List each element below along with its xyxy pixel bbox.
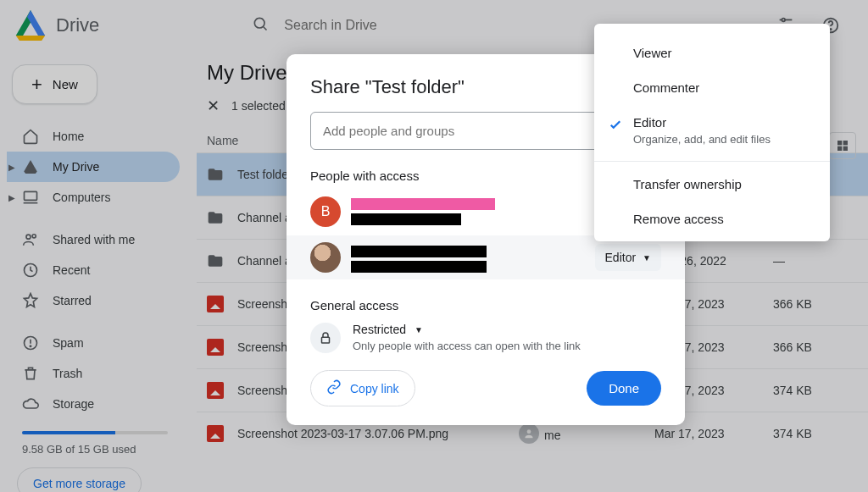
image-icon [207,382,224,399]
expand-icon[interactable]: ▶ [8,163,15,172]
drive-icon [22,158,39,175]
clock-icon [22,262,39,279]
menu-item-viewer[interactable]: Viewer [594,36,830,70]
get-more-storage-button[interactable]: Get more storage [17,467,142,492]
lock-icon [310,323,341,353]
svg-rect-27 [322,337,330,343]
menu-label: Editor [633,115,666,130]
svg-point-15 [30,346,31,346]
done-button[interactable]: Done [587,371,661,406]
menu-item-remove[interactable]: Remove access [594,202,830,229]
svg-rect-8 [25,191,37,200]
svg-point-11 [32,235,36,238]
cell-modified: Mar 17, 2023 [654,427,773,440]
general-access-mode: Restricted [353,323,406,336]
copy-link-button[interactable]: Copy link [310,370,415,406]
general-access-sub: Only people with access can open with th… [353,340,581,352]
cloud-icon [22,395,39,412]
folder-icon [207,252,224,269]
general-access-mode-dropdown[interactable]: Restricted ▼ [353,323,581,336]
sidebar-item-label: Storage [53,397,94,411]
role-dropdown[interactable]: Editor ▼ [595,244,661,271]
people-icon [22,231,39,248]
chevron-down-icon: ▼ [415,325,423,334]
cell-size: — [773,254,858,268]
clear-selection-icon[interactable]: ✕ [207,97,220,115]
spam-icon [22,334,39,351]
redaction-bar [351,246,487,257]
sidebar-item-label: Trash [53,367,82,380]
sidebar-item-label: Home [53,130,84,143]
expand-icon[interactable]: ▶ [8,193,15,202]
menu-label: Transfer ownership [633,177,742,191]
sidebar-item-home[interactable]: Home [7,121,180,152]
avatar [310,242,341,273]
star-icon [22,292,39,309]
sidebar-item-storage[interactable]: Storage [7,389,180,419]
sidebar-item-label: Computers [53,191,110,204]
sidebar-item-shared[interactable]: Shared with me [7,224,180,255]
menu-sublabel: Organize, add, and edit files [633,133,771,146]
avatar-me-icon [519,423,539,444]
link-icon [326,379,342,397]
sidebar-item-label: My Drive [53,160,99,174]
sidebar-item-my-drive[interactable]: ▶ My Drive [7,152,180,182]
svg-point-7 [830,29,831,30]
selection-count: 1 selected [231,99,286,113]
cell-size: 366 KB [773,340,858,354]
svg-rect-16 [837,141,842,145]
new-button-label: New [53,77,78,91]
sidebar: + New Home ▶ My Drive ▶ Computers Shared… [0,59,186,492]
sidebar-item-label: Recent [53,263,90,277]
cell-name: Screenshot 2023-03-17 3.07.06 PM.png [237,427,519,440]
menu-label: Commenter [633,80,699,95]
new-button[interactable]: + New [12,64,97,104]
menu-item-editor[interactable]: Editor Organize, add, and edit files [594,105,830,156]
avatar: B [310,196,341,227]
view-grid-button[interactable] [829,132,856,159]
image-icon [207,425,224,442]
folder-icon [207,166,224,183]
computers-icon [22,189,39,206]
svg-point-10 [26,235,31,239]
sidebar-item-computers[interactable]: ▶ Computers [7,182,180,213]
sidebar-item-starred[interactable]: Starred [7,285,180,316]
sidebar-item-label: Spam [53,336,84,350]
sidebar-item-label: Starred [53,294,92,307]
sidebar-item-label: Shared with me [53,233,135,246]
redaction-bar [351,213,461,225]
chevron-down-icon: ▼ [643,253,651,263]
home-icon [22,128,39,145]
sidebar-item-spam[interactable]: Spam [7,328,180,358]
general-access-heading: General access [310,298,661,312]
person-editor-row: Editor ▼ [287,235,685,279]
svg-line-1 [264,27,267,30]
svg-point-4 [782,19,785,22]
redaction-bar [351,198,495,210]
general-access-row: Restricted ▼ Only people with access can… [310,323,661,353]
cell-size: 374 KB [773,384,858,397]
svg-point-0 [255,18,265,28]
drive-logo-icon [14,8,47,42]
nav: Home ▶ My Drive ▶ Computers Shared with … [7,121,180,419]
copy-link-label: Copy link [350,382,399,395]
folder-icon [207,209,224,226]
role-menu: Viewer Commenter Editor Organize, add, a… [594,24,830,241]
svg-point-26 [527,429,531,434]
sidebar-item-trash[interactable]: Trash [7,358,180,389]
product-name: Drive [56,14,99,36]
menu-item-commenter[interactable]: Commenter [594,70,830,105]
cell-owner: me [519,423,654,444]
cell-size: 374 KB [773,427,858,440]
menu-item-transfer[interactable]: Transfer ownership [594,167,830,202]
svg-rect-17 [843,141,848,145]
search-icon [252,15,269,36]
person-redacted [351,198,495,225]
storage-text: 9.58 GB of 15 GB used [22,443,180,456]
sidebar-item-recent[interactable]: Recent [7,255,180,285]
svg-rect-19 [843,146,848,151]
role-label: Editor [605,251,637,264]
menu-label: Remove access [633,212,724,226]
svg-rect-18 [837,146,842,151]
menu-divider [594,161,830,162]
